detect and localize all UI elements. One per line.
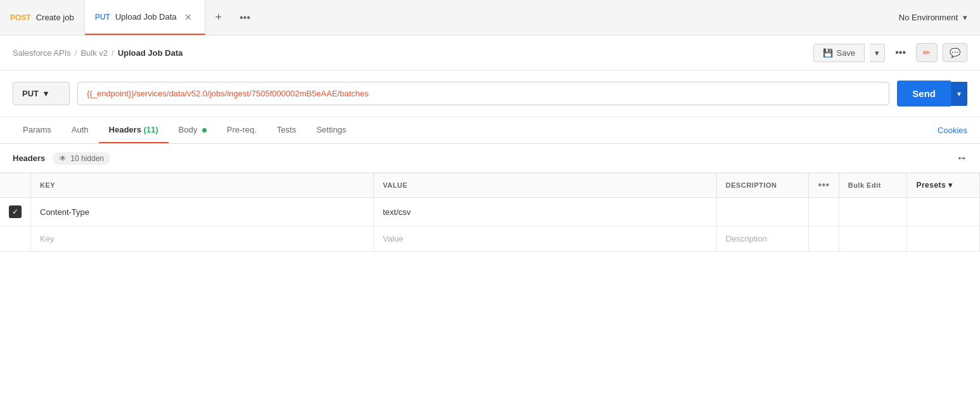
cookies-link[interactable]: Cookies: [938, 118, 967, 143]
add-tab-button[interactable]: +: [205, 0, 233, 35]
empty-key-cell[interactable]: Key: [31, 226, 374, 252]
tab-put-upload-job-data[interactable]: PUT Upload Job Data ✕: [85, 0, 205, 35]
headers-table: KEY VALUE DESCRIPTION ••• Bulk Edit Pres…: [0, 173, 980, 252]
col-value: VALUE: [373, 173, 716, 198]
placeholder-value: Value: [383, 234, 403, 243]
empty-more-cell: [809, 226, 839, 252]
send-button-group: Send ▾: [897, 81, 967, 107]
col-key: KEY: [31, 173, 374, 198]
tab-prereq[interactable]: Pre-req.: [217, 117, 267, 143]
tab-tests[interactable]: Tests: [267, 117, 306, 143]
tab-name-create-job: Create job: [36, 13, 74, 22]
edit-icon: ✏: [923, 48, 931, 58]
tab-prereq-label: Pre-req.: [227, 125, 257, 134]
body-active-dot: [202, 128, 207, 133]
comment-icon: 💬: [950, 48, 960, 58]
method-label: PUT: [22, 89, 39, 98]
tab-params[interactable]: Params: [13, 117, 61, 143]
row-value-cell[interactable]: text/csv: [373, 198, 716, 226]
tab-settings-label: Settings: [316, 125, 346, 134]
row-bulk-edit-cell: [839, 198, 907, 226]
placeholder-description: Description: [726, 234, 767, 243]
environment-selector[interactable]: No Environment ▾: [886, 0, 980, 35]
method-selector[interactable]: PUT ▾: [13, 82, 70, 105]
table-row: Content-Type text/csv: [0, 198, 980, 226]
row-description-cell[interactable]: [716, 198, 809, 226]
row-more-cell: [809, 198, 839, 226]
header-value: text/csv: [383, 207, 411, 217]
save-icon: 💾: [823, 48, 833, 58]
tab-close-icon[interactable]: ✕: [182, 11, 195, 23]
placeholder-key: Key: [40, 234, 54, 243]
url-input[interactable]: [77, 82, 889, 105]
save-button[interactable]: 💾 Save: [813, 44, 865, 62]
presets-chevron-icon: ▾: [948, 181, 953, 190]
tab-headers[interactable]: Headers (11): [99, 117, 169, 143]
tab-body-label: Body: [179, 125, 198, 134]
headers-label-text: Headers: [13, 153, 45, 163]
add-icon: +: [216, 11, 222, 24]
resize-icon[interactable]: ↔: [956, 152, 967, 165]
checkbox-checked[interactable]: [9, 205, 22, 218]
row-presets-cell: [907, 198, 980, 226]
save-label: Save: [837, 48, 856, 58]
more-icon: •••: [240, 12, 250, 23]
tab-method-post: POST: [10, 13, 31, 22]
toolbar-more-icon: •••: [895, 47, 906, 58]
headers-section-header: Headers 👁 10 hidden ↔: [0, 144, 980, 173]
empty-description-cell[interactable]: Description: [716, 226, 809, 252]
tab-post-create-job[interactable]: POST Create job: [0, 0, 85, 35]
edit-button[interactable]: ✏: [916, 43, 938, 62]
presets-label: Presets: [916, 181, 946, 190]
tab-headers-label: Headers (11): [109, 125, 158, 134]
send-button[interactable]: Send: [897, 81, 951, 107]
chevron-down-icon: ▾: [963, 13, 967, 22]
environment-label: No Environment: [899, 13, 958, 22]
tab-bar: POST Create job PUT Upload Job Data ✕ + …: [0, 0, 980, 36]
comment-button[interactable]: 💬: [943, 43, 967, 62]
col-checkbox: [0, 173, 31, 198]
tab-method-put: PUT: [95, 13, 110, 22]
breadcrumb-current: Upload Job Data: [118, 48, 183, 58]
empty-presets-cell: [907, 226, 980, 252]
tab-settings[interactable]: Settings: [306, 117, 356, 143]
col-presets[interactable]: Presets ▾: [907, 173, 980, 198]
col-description: DESCRIPTION: [716, 173, 809, 198]
hidden-headers-badge: 👁 10 hidden: [53, 152, 110, 165]
eye-icon: 👁: [59, 154, 67, 163]
empty-bulk-cell: [839, 226, 907, 252]
tab-tests-label: Tests: [277, 125, 296, 134]
header-key: Content-Type: [40, 207, 89, 217]
tab-name-upload-job-data: Upload Job Data: [115, 12, 177, 22]
save-dropdown-button[interactable]: ▾: [870, 44, 885, 62]
col-bulk-edit[interactable]: Bulk Edit: [839, 173, 907, 198]
hidden-count: 10 hidden: [70, 154, 104, 163]
tab-auth[interactable]: Auth: [61, 117, 99, 143]
tab-auth-label: Auth: [72, 125, 89, 134]
method-chevron-icon: ▾: [44, 89, 48, 98]
tab-more-button[interactable]: •••: [232, 0, 258, 35]
col-more-icon: •••: [818, 179, 829, 190]
table-row-empty: Key Value Description: [0, 226, 980, 252]
send-dropdown-button[interactable]: ▾: [951, 82, 967, 106]
breadcrumb-bulk-v2[interactable]: Bulk v2: [81, 48, 108, 58]
col-more: •••: [809, 173, 839, 198]
breadcrumb-sep-1: /: [75, 48, 77, 58]
breadcrumb-salesforce-apis[interactable]: Salesforce APIs: [13, 48, 71, 58]
row-checkbox-cell[interactable]: [0, 198, 31, 226]
empty-value-cell[interactable]: Value: [373, 226, 716, 252]
tab-body[interactable]: Body: [169, 117, 217, 143]
breadcrumb-sep-2: /: [112, 48, 114, 58]
request-tabs: Params Auth Headers (11) Body Pre-req. T…: [0, 117, 980, 144]
row-key-cell[interactable]: Content-Type: [31, 198, 374, 226]
breadcrumb-bar: Salesforce APIs / Bulk v2 / Upload Job D…: [0, 36, 980, 70]
headers-label-group: Headers 👁 10 hidden: [13, 152, 110, 165]
url-bar: PUT ▾ Send ▾: [0, 70, 980, 117]
empty-checkbox-cell: [0, 226, 31, 252]
tab-params-label: Params: [23, 125, 51, 134]
toolbar-more-button[interactable]: •••: [890, 43, 911, 62]
breadcrumb-actions: 💾 Save ▾ ••• ✏ 💬: [813, 43, 967, 62]
breadcrumb: Salesforce APIs / Bulk v2 / Upload Job D…: [13, 48, 183, 58]
